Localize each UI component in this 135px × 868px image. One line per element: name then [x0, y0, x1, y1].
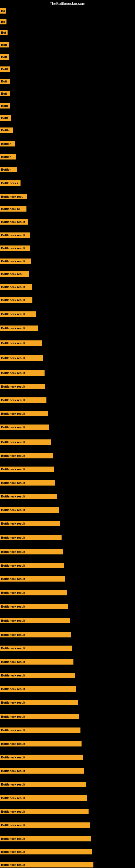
bar-10: Bottl: [0, 115, 11, 121]
bar-label-58: Bottleneck result: [1, 769, 25, 773]
bar-42: Bottleneck result: [0, 549, 63, 554]
bar-label-26: Bottleneck result: [1, 327, 25, 330]
bar-59: Bottleneck result: [0, 782, 86, 787]
bar-row-2: Bo: [0, 19, 6, 24]
bar-label-54: Bottleneck result: [1, 715, 25, 718]
bar-row-46: Bottleneck result: [0, 604, 68, 609]
bar-row-8: Bott: [0, 91, 10, 96]
bar-64: Bottleneck result: [0, 849, 92, 855]
bar-16: Bottleneck resu: [0, 194, 27, 199]
bar-label-53: Bottleneck result: [1, 701, 25, 704]
bar-row-18: Bottleneck result: [0, 219, 28, 225]
bar-row-33: Bottleneck result: [0, 425, 49, 430]
bar-label-30: Bottleneck result: [1, 385, 25, 388]
bar-row-40: Bottleneck result: [0, 521, 60, 526]
bar-label-37: Bottleneck result: [1, 481, 25, 485]
bar-51: Bottleneck result: [0, 673, 75, 678]
bar-row-59: Bottleneck result: [0, 782, 86, 787]
bar-24: Bottleneck result: [0, 297, 32, 303]
bar-row-20: Bottleneck result: [0, 246, 30, 251]
bar-row-51: Bottleneck result: [0, 673, 75, 678]
bar-label-1: Bo: [1, 9, 5, 12]
bar-label-13: Bottlen: [1, 155, 11, 158]
bar-row-28: Bottleneck result: [0, 355, 43, 361]
bar-6: Bottl: [0, 66, 10, 72]
bar-9: Bottl: [0, 103, 10, 108]
bar-11: Bottle: [0, 127, 13, 133]
bar-60: Bottleneck result: [0, 795, 87, 801]
bar-36: Bottleneck result: [0, 467, 54, 472]
bar-row-42: Bottleneck result: [0, 549, 63, 554]
bar-19: Bottleneck result: [0, 232, 30, 238]
bar-label-57: Bottleneck result: [1, 756, 25, 759]
bar-46: Bottleneck result: [0, 604, 68, 609]
bar-label-34: Bottleneck result: [1, 440, 25, 444]
bar-label-24: Bottleneck result: [1, 299, 25, 302]
bar-row-41: Bottleneck result: [0, 535, 61, 540]
bar-43: Bottleneck result: [0, 563, 64, 568]
bar-label-36: Bottleneck result: [1, 468, 25, 471]
bar-label-20: Bottleneck result: [1, 247, 25, 250]
bar-row-52: Bottleneck result: [0, 686, 76, 692]
bar-row-47: Bottleneck result: [0, 618, 70, 623]
bar-5: Bott: [0, 54, 9, 60]
bar-label-65: Bottleneck result: [1, 863, 25, 866]
bar-29: Bottleneck result: [0, 370, 45, 376]
bar-8: Bott: [0, 91, 10, 96]
bar-row-62: Bottleneck result: [0, 823, 90, 828]
bar-61: Bottleneck result: [0, 809, 89, 814]
site-title: TheBottlenecker.com: [50, 1, 85, 6]
bar-row-55: Bottleneck result: [0, 727, 81, 733]
bar-26: Bottleneck result: [0, 326, 38, 331]
bar-54: Bottleneck result: [0, 714, 79, 719]
bar-label-62: Bottleneck result: [1, 824, 25, 827]
bar-label-48: Bottleneck result: [1, 633, 25, 637]
bar-row-32: Bottleneck result: [0, 411, 48, 416]
bar-65: Bottleneck result: [0, 862, 93, 867]
bar-55: Bottleneck result: [0, 727, 81, 733]
bar-22: Bottleneck resu: [0, 271, 29, 277]
bar-row-12: Bottlen: [0, 141, 15, 147]
bar-label-41: Bottleneck result: [1, 536, 25, 539]
bar-label-51: Bottleneck result: [1, 674, 25, 677]
bar-label-59: Bottleneck result: [1, 783, 25, 786]
bar-20: Bottleneck result: [0, 246, 30, 251]
bar-15: Bottleneck r: [0, 180, 20, 186]
bar-row-64: Bottleneck result: [0, 849, 92, 855]
bar-label-38: Bottleneck result: [1, 495, 25, 498]
bar-3: Bot: [0, 30, 8, 35]
bar-row-26: Bottleneck result: [0, 326, 38, 331]
bar-row-14: Bottlen: [0, 167, 17, 172]
bar-38: Bottleneck result: [0, 494, 57, 499]
bar-label-55: Bottleneck result: [1, 728, 25, 732]
bar-row-50: Bottleneck result: [0, 659, 74, 664]
bar-row-44: Bottleneck result: [0, 576, 65, 582]
bar-27: Bottleneck result: [0, 340, 42, 346]
bar-row-7: Bott: [0, 79, 10, 84]
bar-label-10: Bottl: [1, 116, 8, 120]
bar-13: Bottlen: [0, 154, 16, 159]
bar-62: Bottleneck result: [0, 823, 90, 828]
bar-28: Bottleneck result: [0, 355, 43, 361]
bar-label-8: Bott: [1, 92, 7, 95]
bar-row-21: Bottleneck result: [0, 258, 31, 264]
bar-row-4: Bott: [0, 42, 9, 48]
bar-label-22: Bottleneck resu: [1, 272, 24, 276]
bar-row-3: Bot: [0, 30, 8, 35]
bar-label-35: Bottleneck result: [1, 454, 25, 457]
bar-row-24: Bottleneck result: [0, 297, 32, 303]
bar-row-1: Bo: [0, 8, 6, 13]
bar-label-4: Bott: [1, 43, 7, 46]
bar-row-22: Bottleneck resu: [0, 271, 29, 277]
bar-2: Bo: [0, 19, 6, 24]
bar-row-9: Bottl: [0, 103, 10, 108]
bar-34: Bottleneck result: [0, 439, 51, 445]
bar-label-39: Bottleneck result: [1, 508, 25, 512]
bar-row-60: Bottleneck result: [0, 795, 87, 801]
bar-label-19: Bottleneck result: [1, 234, 25, 237]
bar-row-31: Bottleneck result: [0, 397, 46, 403]
bar-row-19: Bottleneck result: [0, 232, 30, 238]
bar-label-6: Bottl: [1, 67, 8, 71]
bar-63: Bottleneck result: [0, 836, 91, 841]
bar-row-30: Bottleneck result: [0, 384, 45, 389]
